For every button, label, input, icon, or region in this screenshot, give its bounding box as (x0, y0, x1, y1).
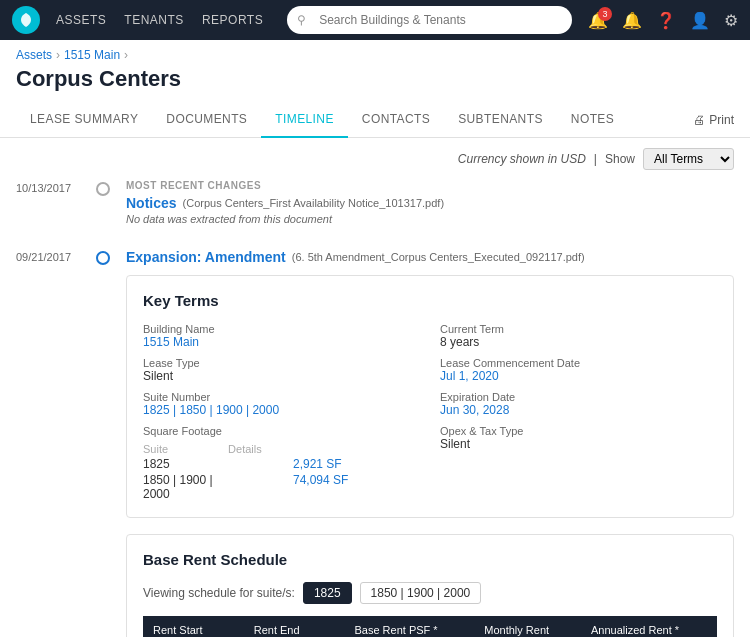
timeline-title-1: Notices (Corpus Centers_First Availabili… (126, 195, 734, 211)
suite-btn-1825[interactable]: 1825 (303, 582, 352, 604)
show-label: Show (605, 152, 635, 166)
col-monthly-rent: Monthly Rent (474, 616, 581, 637)
breadcrumb-sep2: › (124, 48, 128, 62)
currency-row: Currency shown in USD | Show All TermsBa… (0, 138, 750, 180)
show-select[interactable]: All TermsBase RentOpexKey Terms (643, 148, 734, 170)
col-rent-end: Rent End (244, 616, 345, 637)
currency-label: Currency shown in USD (458, 152, 586, 166)
key-terms-card: Key Terms Building Name 1515 Main Lease … (126, 275, 734, 518)
kv-lease-type: Lease Type Silent (143, 357, 420, 383)
bell-icon[interactable]: 🔔 (622, 11, 642, 30)
print-icon: 🖨 (693, 113, 705, 127)
timeline-date-1: 10/13/2017 (16, 180, 80, 194)
tab-bar: LEASE SUMMARY DOCUMENTS TIMELINE CONTACT… (0, 102, 750, 138)
col-annualized-rent: Annualized Rent * (581, 616, 717, 637)
print-button[interactable]: 🖨 Print (693, 113, 734, 127)
col-rent-start: Rent Start (143, 616, 244, 637)
breadcrumb-sep1: › (56, 48, 60, 62)
key-terms-title: Key Terms (143, 292, 717, 309)
timeline-entry-notices: 10/13/2017 MOST RECENT CHANGES Notices (… (16, 180, 734, 225)
nav-right-icons: 🔔 3 🔔 ❓ 👤 ⚙ (588, 11, 738, 30)
app-logo (12, 6, 40, 34)
kv-expiration-date: Expiration Date Jun 30, 2028 (440, 391, 717, 417)
suite-btn-1850[interactable]: 1850 | 1900 | 2000 (360, 582, 482, 604)
currency-separator: | (594, 152, 597, 166)
tab-timeline[interactable]: TIMELINE (261, 102, 348, 138)
kv-lease-commencement: Lease Commencement Date Jul 1, 2020 (440, 357, 717, 383)
kv-opex-tax: Opex & Tax Type Silent (440, 425, 717, 451)
col-base-rent-psf: Base Rent PSF * (344, 616, 474, 637)
notices-title[interactable]: Notices (126, 195, 177, 211)
top-navigation: ASSETS TENANTS REPORTS ⚲ 🔔 3 🔔 ❓ 👤 ⚙ (0, 0, 750, 40)
search-icon: ⚲ (297, 13, 306, 27)
tab-documents[interactable]: DOCUMENTS (152, 102, 261, 138)
sf-row2-suite: 1850 | 1900 | 2000 (143, 473, 233, 501)
nav-items: ASSETS TENANTS REPORTS (56, 13, 263, 27)
notices-file: (Corpus Centers_First Availability Notic… (183, 197, 444, 209)
timeline: 10/13/2017 MOST RECENT CHANGES Notices (… (0, 180, 750, 637)
breadcrumb: Assets › 1515 Main › (0, 40, 750, 64)
settings-icon[interactable]: ⚙ (724, 11, 738, 30)
notification-bell-icon[interactable]: 🔔 3 (588, 11, 608, 30)
base-rent-section: Base Rent Schedule Viewing schedule for … (126, 534, 734, 637)
notification-badge: 3 (598, 7, 612, 21)
nav-assets[interactable]: ASSETS (56, 13, 106, 27)
kv-current-term: Current Term 8 years (440, 323, 717, 349)
rent-suite-selector: Viewing schedule for suite/s: 1825 1850 … (143, 582, 717, 604)
sf-col-details: Details (228, 443, 262, 455)
timeline-dot-1 (96, 182, 110, 196)
sf-row1-suite: 1825 (143, 457, 233, 471)
breadcrumb-1515main[interactable]: 1515 Main (64, 48, 120, 62)
timeline-entry-amendment: 09/21/2017 Expansion: Amendment (6. 5th … (16, 249, 734, 637)
tab-notes[interactable]: NOTES (557, 102, 628, 138)
user-icon[interactable]: 👤 (690, 11, 710, 30)
most-recent-label: MOST RECENT CHANGES (126, 180, 734, 191)
tab-subtenants[interactable]: SUBTENANTS (444, 102, 557, 138)
base-rent-title: Base Rent Schedule (143, 551, 717, 568)
sf-col-suite: Suite (143, 443, 168, 455)
tab-lease-summary[interactable]: LEASE SUMMARY (16, 102, 152, 138)
kv-building-name: Building Name 1515 Main (143, 323, 420, 349)
rent-table: Rent Start Rent End Base Rent PSF * Mont… (143, 616, 717, 637)
kv-suite-number: Suite Number 1825 | 1850 | 1900 | 2000 (143, 391, 420, 417)
page-title: Corpus Centers (0, 64, 750, 102)
timeline-dot-2 (96, 251, 110, 265)
sf-row1-details: 2,921 SF (293, 457, 342, 471)
amendment-file: (6. 5th Amendment_Corpus Centers_Execute… (292, 251, 585, 263)
timeline-content-2: Expansion: Amendment (6. 5th Amendment_C… (126, 249, 734, 637)
viewing-label: Viewing schedule for suite/s: (143, 586, 295, 600)
amendment-title[interactable]: Expansion: Amendment (126, 249, 286, 265)
amendment-title-row: Expansion: Amendment (6. 5th Amendment_C… (126, 249, 734, 265)
timeline-date-2: 09/21/2017 (16, 249, 80, 263)
breadcrumb-assets[interactable]: Assets (16, 48, 52, 62)
tab-contacts[interactable]: CONTACTS (348, 102, 444, 138)
kv-square-footage: Square Footage Suite Details 1825 2,921 … (143, 425, 420, 501)
main-content: Assets › 1515 Main › Corpus Centers LEAS… (0, 40, 750, 637)
search-container: ⚲ (287, 6, 572, 34)
nav-reports[interactable]: REPORTS (202, 13, 263, 27)
notices-subtitle: No data was extracted from this document (126, 213, 734, 225)
search-input[interactable] (287, 6, 572, 34)
nav-tenants[interactable]: TENANTS (124, 13, 184, 27)
sf-table: Suite Details 1825 2,921 SF 1850 | 1900 … (143, 443, 420, 501)
help-icon[interactable]: ❓ (656, 11, 676, 30)
print-label: Print (709, 113, 734, 127)
sf-row2-details: 74,094 SF (293, 473, 348, 501)
timeline-content-1: MOST RECENT CHANGES Notices (Corpus Cent… (126, 180, 734, 225)
key-terms-grid: Building Name 1515 Main Lease Type Silen… (143, 323, 717, 501)
